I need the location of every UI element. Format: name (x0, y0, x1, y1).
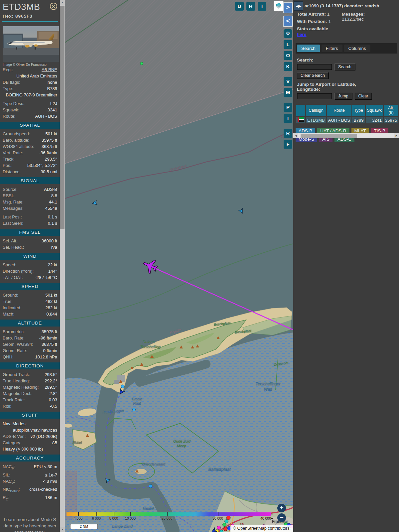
data-label: Pos.: (3, 162, 13, 169)
map-button-T[interactable]: T (258, 2, 266, 11)
column-header-Alt. (ft)[interactable]: Alt. (ft) (384, 105, 398, 116)
cell-callsign[interactable]: ETD3MB (306, 117, 326, 123)
jump-input[interactable] (297, 93, 332, 99)
scroll-left-icon[interactable]: ◄ (293, 133, 298, 138)
data-row: Route:AUH - BOS (3, 113, 57, 119)
data-row: ADS-B Ver.:v2 (DO-260B) (3, 433, 57, 440)
data-label: Baro. altitude: (3, 137, 29, 143)
map-button-F[interactable]: F (284, 140, 292, 149)
data-label: Magnetic Heading: (3, 384, 39, 390)
sidebar-content: ETD3MB ✕ Hex: 8965F3 (0, 0, 60, 532)
data-label: Sel. Alt.: (3, 238, 19, 244)
map-button-P[interactable]: P (284, 103, 292, 112)
map-button-R[interactable]: R (284, 129, 292, 138)
cell-route: AUH - BOS (327, 117, 351, 123)
traffic-dot-marker (223, 527, 227, 531)
data-value: 144° (48, 268, 57, 274)
map-button-O[interactable]: O (284, 51, 292, 60)
tab-columns[interactable]: Columns (344, 45, 370, 52)
stats-here-link[interactable]: here (297, 32, 307, 37)
map-button-U[interactable]: U (235, 2, 244, 11)
column-header-Route[interactable]: Route (327, 105, 351, 116)
aircraft-photo[interactable] (3, 26, 59, 62)
search-button[interactable]: Search (334, 64, 355, 70)
scroll-up-icon[interactable]: ▲ (60, 0, 65, 5)
data-row: Baro. altitude:35975 ft (3, 137, 57, 143)
data-row: Squawk:3241 (3, 107, 57, 113)
map-button-L[interactable]: L (284, 40, 292, 49)
section-header-direction: DIRECTION (0, 362, 60, 369)
data-label: Direction (from): (3, 268, 34, 274)
map-button-V[interactable]: V (284, 77, 292, 86)
data-label: RC: (3, 494, 9, 503)
tar1090-link[interactable]: ar1090 (305, 3, 319, 8)
map-canvas[interactable]: NederlandNederlandFryslânDuinenTerschell… (65, 0, 293, 532)
data-row: Ground:501 kt (3, 292, 57, 298)
data-row: Magnetic Heading:289.5° (3, 384, 57, 390)
tab-search[interactable]: Search (297, 45, 320, 52)
data-value[interactable]: A6-BNE (42, 66, 57, 73)
close-icon[interactable]: ✕ (50, 3, 57, 10)
data-value: 0 ft/min (43, 347, 57, 354)
column-header-Squawk[interactable]: Squawk (366, 105, 383, 116)
legend-tick (167, 512, 168, 516)
data-row: Track Rate:0.03 (3, 397, 57, 403)
column-header-Callsign[interactable]: Callsign (306, 105, 326, 116)
data-value: 53.504°, 5.272° (27, 162, 57, 169)
sidebar-scrollbar[interactable]: ▲ ▼ (60, 0, 65, 532)
scrollbar-thumb[interactable] (60, 6, 65, 229)
jump-clear-button[interactable]: Clear (355, 93, 372, 99)
data-row: True:482 kt (3, 298, 57, 305)
column-header-Type[interactable]: Type (352, 105, 365, 116)
messages-value: 2132.2/sec (342, 17, 365, 22)
teal-divider (2, 21, 58, 22)
section-header-spatial: SPATIAL (0, 122, 60, 129)
column-header-flag[interactable] (296, 105, 305, 116)
map-button-I[interactable]: I (284, 114, 292, 123)
data-row: WGS84 altitude:36375 ft (3, 143, 57, 150)
osm-attribution-text[interactable]: © OpenStreetMap contributors. (233, 526, 291, 531)
data-row: Last Seen:0.1 s (3, 220, 57, 226)
readsb-link[interactable]: readsb (364, 3, 379, 8)
row-gap (3, 211, 57, 214)
data-label: True Heading: (3, 378, 30, 384)
legend-tick-label: 8 000 (109, 516, 118, 520)
scroll-right-icon[interactable]: ► (394, 133, 399, 138)
clear-search-button[interactable]: Clear Search (297, 72, 329, 79)
data-value: v2 (DO-260B) (31, 433, 57, 440)
map-button-M[interactable]: M (284, 88, 292, 97)
data-value: 289.5° (45, 384, 57, 390)
pan-right-button[interactable]: > (283, 2, 293, 13)
data-value: ADS-B (44, 186, 57, 193)
aircraft-detail-sidebar: ETD3MB ✕ Hex: 8965F3 (0, 0, 65, 532)
zoom-in-button[interactable]: + (277, 504, 286, 512)
total-aircraft-label: Total Aircraft: (297, 12, 326, 17)
scroll-down-icon[interactable]: ▼ (60, 527, 65, 532)
chevron-left-icon: < (284, 16, 292, 26)
hscroll-thumb[interactable] (301, 134, 357, 138)
data-label: Mach: (3, 311, 14, 317)
section-header-stuff: STUFF (0, 412, 60, 419)
legend-tick-label: 30 000 (212, 516, 223, 520)
data-value: -8.8 (50, 193, 57, 199)
jump-button[interactable]: Jump (334, 93, 352, 99)
table-row[interactable]: ETD3MBAUH - BOSB789324135975 (296, 117, 398, 123)
data-value: -96 ft/min (39, 150, 57, 156)
layers-icon[interactable] (274, 1, 284, 11)
search-input[interactable] (297, 64, 332, 70)
data-row: Pos.:53.504°, 5.272° (3, 162, 57, 169)
map-button-H[interactable]: H (246, 2, 255, 11)
jump-label-2: Longitude: (297, 87, 396, 92)
settings-gear-button[interactable]: ⚙ (284, 29, 292, 38)
data-value: ≤ 1e-7 (45, 472, 57, 478)
pan-left-button[interactable]: < (283, 16, 293, 27)
map-button-K[interactable]: K (284, 62, 292, 71)
data-label: Ground: (3, 292, 18, 298)
table-horizontal-scrollbar[interactable]: ◄ ► (293, 133, 399, 138)
panel-collapse-icon[interactable]: ◀▶ (294, 1, 303, 11)
data-value: 0.1 s (48, 214, 57, 220)
data-value: 2.8° (50, 390, 57, 397)
tab-filters[interactable]: Filters (322, 45, 342, 52)
callsign-link[interactable]: ETD3MB (307, 118, 325, 123)
zoom-out-button[interactable]: − (277, 513, 286, 522)
